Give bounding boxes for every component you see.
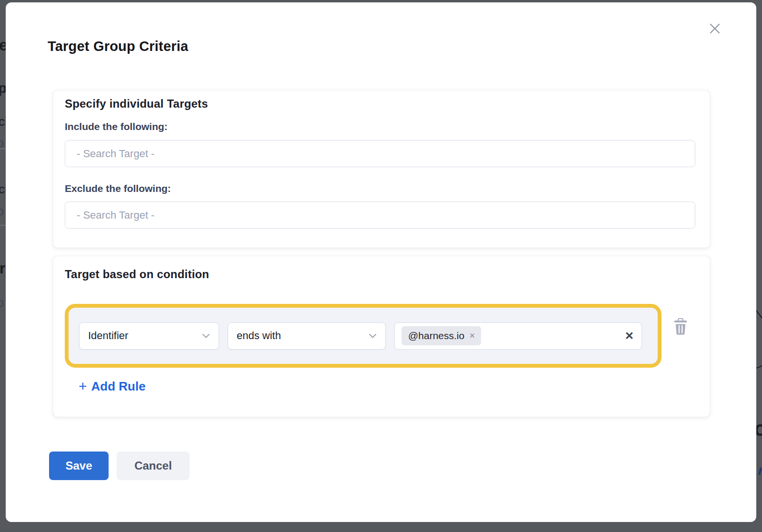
screen: er pe cl o cl o r o o Target Group Crite… <box>0 0 762 532</box>
background-text-fragment: o <box>0 137 4 149</box>
value-chip: @harness.io ✕ <box>401 326 481 345</box>
operator-select[interactable]: ends with <box>228 322 386 350</box>
close-button[interactable] <box>706 20 724 38</box>
target-group-criteria-dialog: Target Group Criteria Specify individual… <box>6 2 756 522</box>
delete-rule-button[interactable] <box>673 318 688 335</box>
condition-card: Target based on condition Identifier end… <box>53 256 710 417</box>
remove-value-icon[interactable]: ✕ <box>469 331 475 340</box>
background-text-fragment: o <box>0 296 4 309</box>
condition-rule-row: Identifier ends with @harness.io ✕ <box>65 304 662 368</box>
background-divider <box>0 225 6 226</box>
clear-values-icon[interactable]: ✕ <box>625 330 634 342</box>
background-text-fragment: o <box>0 205 4 217</box>
values-tag-input[interactable]: @harness.io ✕ ✕ <box>394 322 642 350</box>
chevron-down-icon <box>202 333 210 339</box>
exclude-label: Exclude the following: <box>65 183 171 194</box>
background-graphic-line <box>756 362 762 369</box>
trash-icon <box>673 318 688 335</box>
attribute-select[interactable]: Identifier <box>79 322 219 350</box>
individual-targets-heading: Specify individual Targets <box>65 97 208 110</box>
value-chip-label: @harness.io <box>408 330 464 341</box>
include-target-search-input[interactable] <box>65 140 695 167</box>
add-rule-label: Add Rule <box>91 379 146 394</box>
condition-heading: Target based on condition <box>65 268 209 281</box>
chevron-down-icon <box>369 333 377 339</box>
dialog-title: Target Group Criteria <box>48 39 188 54</box>
individual-targets-card: Specify individual Targets Include the f… <box>53 90 710 248</box>
attribute-select-value: Identifier <box>88 330 202 342</box>
exclude-target-search-input[interactable] <box>65 201 695 229</box>
close-icon <box>707 20 723 37</box>
cancel-button[interactable]: Cancel <box>117 452 190 480</box>
background-divider <box>0 148 6 149</box>
background-text-fragment: r <box>0 261 5 276</box>
include-label: Include the following: <box>65 121 168 132</box>
add-rule-button[interactable]: + Add Rule <box>79 379 146 394</box>
operator-select-value: ends with <box>237 330 369 342</box>
plus-icon: + <box>79 379 87 393</box>
save-button[interactable]: Save <box>49 452 109 480</box>
background-graphic-mark <box>758 468 762 475</box>
